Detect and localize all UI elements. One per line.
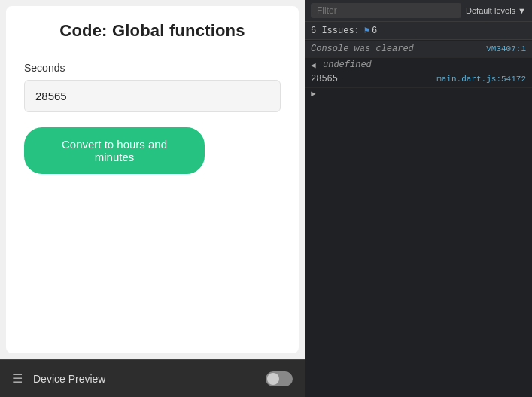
console-cleared-text: Console was cleared [311, 44, 486, 54]
console-row-undefined: ◀ undefined [305, 58, 532, 72]
console-row-cleared: Console was cleared VM3407:1 [305, 41, 532, 58]
console-cleared-link[interactable]: VM3407:1 [486, 44, 526, 53]
sliders-icon: ☰ [12, 371, 23, 386]
device-preview-label: Device Preview [33, 373, 255, 385]
filter-input[interactable] [311, 3, 461, 18]
chevron-down-icon: ▼ [518, 6, 526, 15]
console-row-expand: ► [305, 88, 532, 100]
chevron-left-icon[interactable]: ◀ [311, 60, 320, 70]
default-levels-label: Default levels [466, 6, 515, 15]
app-title: Code: Global functions [24, 21, 281, 41]
device-preview-bar: ☰ Device Preview [0, 359, 305, 397]
toggle-knob [267, 373, 279, 385]
issues-bar: 6 Issues: ⚑ 6 [305, 22, 532, 40]
convert-button[interactable]: Convert to hours and minutes [24, 127, 205, 174]
device-preview-toggle[interactable] [266, 371, 293, 386]
default-levels-button[interactable]: Default levels ▼ [466, 6, 526, 15]
console-row-number: 28565 main.dart.js:54172 [305, 72, 532, 88]
app-container: Code: Global functions Seconds Convert t… [6, 6, 299, 353]
cleared-row-content: Console was cleared VM3407:1 [311, 44, 526, 54]
devtools-toolbar: Default levels ▼ [305, 0, 532, 22]
console-area: Console was cleared VM3407:1 ◀ undefined… [305, 40, 532, 397]
number-row-content: 28565 main.dart.js:54172 [311, 74, 526, 84]
left-panel: Code: Global functions Seconds Convert t… [0, 0, 305, 397]
seconds-input[interactable] [24, 80, 281, 112]
issues-badge: ⚑ 6 [364, 25, 377, 36]
console-value-link[interactable]: main.dart.js:54172 [436, 75, 526, 84]
issues-label: 6 Issues: [311, 26, 360, 36]
console-number-value: 28565 [311, 74, 338, 84]
seconds-label: Seconds [24, 62, 281, 74]
issues-count: 6 [372, 26, 377, 36]
console-undefined-text: undefined [323, 60, 372, 70]
issues-icon: ⚑ [364, 25, 369, 36]
devtools-panel: Default levels ▼ 6 Issues: ⚑ 6 Console w… [305, 0, 532, 397]
chevron-down-icon[interactable]: ► [311, 90, 320, 99]
